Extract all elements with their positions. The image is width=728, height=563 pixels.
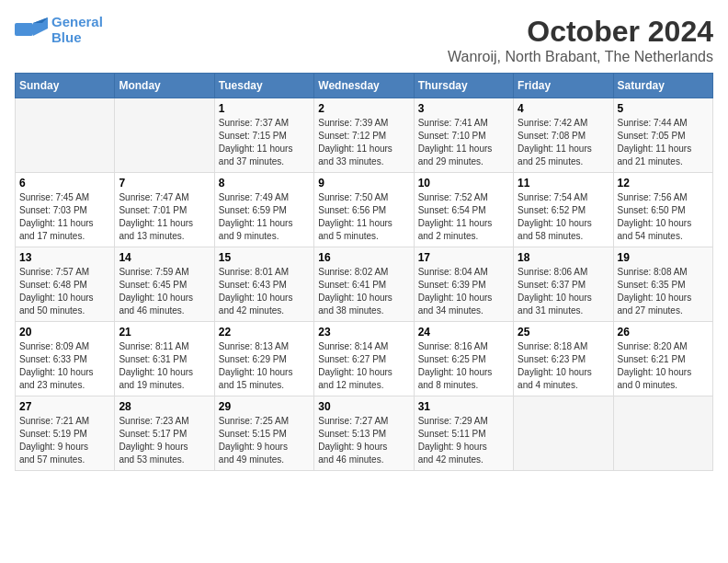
calendar-cell: 26Sunrise: 8:20 AM Sunset: 6:21 PM Dayli…	[613, 322, 712, 396]
day-number: 30	[318, 400, 409, 413]
calendar-cell: 7Sunrise: 7:47 AM Sunset: 7:01 PM Daylig…	[115, 173, 214, 247]
calendar-cell: 14Sunrise: 7:59 AM Sunset: 6:45 PM Dayli…	[115, 247, 214, 322]
day-info: Sunrise: 8:01 AM Sunset: 6:43 PM Dayligh…	[219, 266, 310, 317]
svg-rect-0	[15, 23, 33, 36]
calendar-cell	[115, 98, 214, 173]
calendar-cell: 5Sunrise: 7:44 AM Sunset: 7:05 PM Daylig…	[613, 98, 712, 173]
day-info: Sunrise: 8:11 AM Sunset: 6:31 PM Dayligh…	[119, 340, 210, 392]
day-number: 11	[518, 177, 609, 190]
logo: General Blue	[15, 15, 103, 45]
calendar-body: 1Sunrise: 7:37 AM Sunset: 7:15 PM Daylig…	[16, 98, 713, 471]
calendar-cell: 21Sunrise: 8:11 AM Sunset: 6:31 PM Dayli…	[115, 322, 214, 396]
day-number: 20	[19, 326, 110, 339]
calendar-cell: 3Sunrise: 7:41 AM Sunset: 7:10 PM Daylig…	[414, 98, 513, 173]
day-info: Sunrise: 7:50 AM Sunset: 6:56 PM Dayligh…	[318, 191, 409, 243]
calendar-week-5: 27Sunrise: 7:21 AM Sunset: 5:19 PM Dayli…	[16, 396, 713, 471]
day-number: 26	[618, 326, 709, 339]
day-number: 13	[19, 251, 110, 264]
day-number: 1	[219, 102, 310, 115]
calendar-header: Sunday Monday Tuesday Wednesday Thursday…	[16, 74, 713, 98]
day-info: Sunrise: 8:18 AM Sunset: 6:23 PM Dayligh…	[518, 340, 609, 392]
calendar-cell: 12Sunrise: 7:56 AM Sunset: 6:50 PM Dayli…	[613, 173, 712, 247]
day-number: 25	[518, 326, 609, 339]
day-number: 23	[318, 326, 409, 339]
day-info: Sunrise: 7:37 AM Sunset: 7:15 PM Dayligh…	[219, 117, 310, 168]
day-info: Sunrise: 7:52 AM Sunset: 6:54 PM Dayligh…	[418, 191, 509, 243]
day-number: 19	[618, 251, 709, 264]
day-info: Sunrise: 7:39 AM Sunset: 7:12 PM Dayligh…	[318, 117, 409, 168]
day-info: Sunrise: 7:21 AM Sunset: 5:19 PM Dayligh…	[19, 415, 110, 466]
day-info: Sunrise: 7:29 AM Sunset: 5:11 PM Dayligh…	[418, 415, 509, 466]
calendar-cell	[16, 98, 115, 173]
day-number: 12	[618, 177, 709, 190]
day-info: Sunrise: 7:23 AM Sunset: 5:17 PM Dayligh…	[119, 415, 210, 466]
calendar-cell: 1Sunrise: 7:37 AM Sunset: 7:15 PM Daylig…	[214, 98, 313, 173]
day-number: 22	[219, 326, 310, 339]
col-thursday: Thursday	[414, 74, 513, 98]
col-sunday: Sunday	[16, 74, 115, 98]
logo-general: General	[51, 14, 103, 29]
day-number: 15	[219, 251, 310, 264]
calendar-cell: 20Sunrise: 8:09 AM Sunset: 6:33 PM Dayli…	[16, 322, 115, 396]
col-friday: Friday	[514, 74, 613, 98]
day-number: 5	[618, 102, 709, 115]
calendar-cell: 28Sunrise: 7:23 AM Sunset: 5:17 PM Dayli…	[115, 396, 214, 471]
day-info: Sunrise: 8:09 AM Sunset: 6:33 PM Dayligh…	[19, 340, 110, 392]
day-info: Sunrise: 7:41 AM Sunset: 7:10 PM Dayligh…	[418, 117, 509, 168]
day-info: Sunrise: 8:13 AM Sunset: 6:29 PM Dayligh…	[219, 340, 310, 392]
calendar-cell	[613, 396, 712, 471]
day-number: 24	[418, 326, 509, 339]
day-number: 2	[318, 102, 409, 115]
calendar-cell: 29Sunrise: 7:25 AM Sunset: 5:15 PM Dayli…	[214, 396, 313, 471]
day-info: Sunrise: 8:16 AM Sunset: 6:25 PM Dayligh…	[418, 340, 509, 392]
title-block: October 2024 Wanroij, North Brabant, The…	[448, 15, 713, 65]
calendar-cell: 4Sunrise: 7:42 AM Sunset: 7:08 PM Daylig…	[514, 98, 613, 173]
calendar-cell: 11Sunrise: 7:54 AM Sunset: 6:52 PM Dayli…	[514, 173, 613, 247]
calendar-cell: 22Sunrise: 8:13 AM Sunset: 6:29 PM Dayli…	[214, 322, 313, 396]
day-info: Sunrise: 7:54 AM Sunset: 6:52 PM Dayligh…	[518, 191, 609, 243]
calendar-week-3: 13Sunrise: 7:57 AM Sunset: 6:48 PM Dayli…	[16, 247, 713, 322]
day-number: 28	[119, 400, 210, 413]
day-info: Sunrise: 7:45 AM Sunset: 7:03 PM Dayligh…	[19, 191, 110, 243]
day-info: Sunrise: 7:25 AM Sunset: 5:15 PM Dayligh…	[219, 415, 310, 466]
day-number: 17	[418, 251, 509, 264]
calendar-cell: 9Sunrise: 7:50 AM Sunset: 6:56 PM Daylig…	[314, 173, 414, 247]
day-info: Sunrise: 7:59 AM Sunset: 6:45 PM Dayligh…	[119, 266, 210, 317]
day-number: 10	[418, 177, 509, 190]
calendar-week-2: 6Sunrise: 7:45 AM Sunset: 7:03 PM Daylig…	[16, 173, 713, 247]
day-info: Sunrise: 7:42 AM Sunset: 7:08 PM Dayligh…	[518, 117, 609, 168]
calendar-table: Sunday Monday Tuesday Wednesday Thursday…	[15, 73, 713, 471]
day-info: Sunrise: 7:49 AM Sunset: 6:59 PM Dayligh…	[219, 191, 310, 243]
calendar-cell: 31Sunrise: 7:29 AM Sunset: 5:11 PM Dayli…	[414, 396, 513, 471]
day-info: Sunrise: 7:47 AM Sunset: 7:01 PM Dayligh…	[119, 191, 210, 243]
calendar-cell: 19Sunrise: 8:08 AM Sunset: 6:35 PM Dayli…	[613, 247, 712, 322]
day-info: Sunrise: 8:14 AM Sunset: 6:27 PM Dayligh…	[318, 340, 409, 392]
calendar-cell: 8Sunrise: 7:49 AM Sunset: 6:59 PM Daylig…	[214, 173, 313, 247]
calendar-cell: 13Sunrise: 7:57 AM Sunset: 6:48 PM Dayli…	[16, 247, 115, 322]
day-number: 31	[418, 400, 509, 413]
day-number: 16	[318, 251, 409, 264]
calendar-cell: 18Sunrise: 8:06 AM Sunset: 6:37 PM Dayli…	[514, 247, 613, 322]
col-saturday: Saturday	[613, 74, 712, 98]
day-number: 18	[518, 251, 609, 264]
day-number: 6	[19, 177, 110, 190]
day-number: 29	[219, 400, 310, 413]
col-monday: Monday	[115, 74, 214, 98]
day-number: 7	[119, 177, 210, 190]
day-info: Sunrise: 7:44 AM Sunset: 7:05 PM Dayligh…	[618, 117, 709, 168]
calendar-cell: 30Sunrise: 7:27 AM Sunset: 5:13 PM Dayli…	[314, 396, 414, 471]
day-number: 8	[219, 177, 310, 190]
day-info: Sunrise: 7:57 AM Sunset: 6:48 PM Dayligh…	[19, 266, 110, 317]
calendar-cell: 10Sunrise: 7:52 AM Sunset: 6:54 PM Dayli…	[414, 173, 513, 247]
day-number: 27	[19, 400, 110, 413]
day-info: Sunrise: 8:20 AM Sunset: 6:21 PM Dayligh…	[618, 340, 709, 392]
calendar-cell: 15Sunrise: 8:01 AM Sunset: 6:43 PM Dayli…	[214, 247, 313, 322]
logo-icon	[15, 16, 48, 45]
day-info: Sunrise: 8:06 AM Sunset: 6:37 PM Dayligh…	[518, 266, 609, 317]
calendar-cell: 16Sunrise: 8:02 AM Sunset: 6:41 PM Dayli…	[314, 247, 414, 322]
page-header: General Blue October 2024 Wanroij, North…	[15, 15, 713, 65]
calendar-week-4: 20Sunrise: 8:09 AM Sunset: 6:33 PM Dayli…	[16, 322, 713, 396]
header-row: Sunday Monday Tuesday Wednesday Thursday…	[16, 74, 713, 98]
col-wednesday: Wednesday	[314, 74, 414, 98]
calendar-cell: 6Sunrise: 7:45 AM Sunset: 7:03 PM Daylig…	[16, 173, 115, 247]
